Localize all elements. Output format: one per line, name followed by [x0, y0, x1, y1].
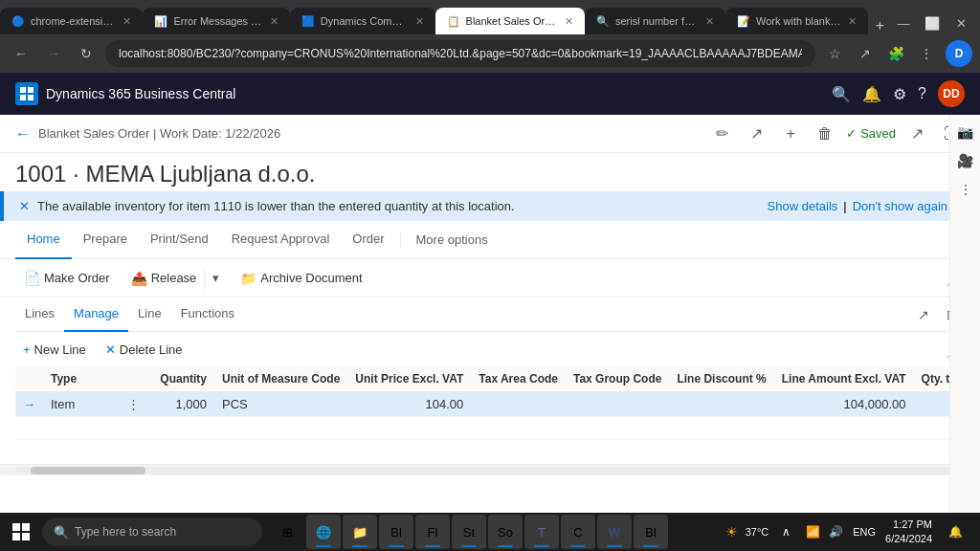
taskbar-weather-icon[interactable]: ☀: [723, 522, 742, 541]
release-button[interactable]: 📤 Release: [123, 267, 205, 290]
nav-tab-more[interactable]: More options: [405, 221, 500, 259]
nav-tab-request-approval[interactable]: Request Approval: [220, 221, 342, 259]
taskbar-teams[interactable]: T: [524, 515, 559, 549]
forward-nav-button[interactable]: →: [40, 40, 67, 67]
settings-icon[interactable]: ⋮: [913, 40, 940, 67]
taskbar-bc-icon[interactable]: Bl: [379, 515, 413, 549]
taskbar-volume-icon[interactable]: 🔊: [826, 522, 845, 541]
row-unit-price[interactable]: 104.00: [347, 392, 471, 417]
right-video-icon[interactable]: 🎥: [952, 147, 979, 174]
tab-close-2[interactable]: ✕: [270, 15, 278, 28]
taskbar-app6[interactable]: Bl: [634, 515, 668, 549]
taskbar-search-icon: 🔍: [54, 525, 69, 540]
row-tax-group[interactable]: [566, 392, 669, 417]
right-camera-icon[interactable]: 📷: [952, 119, 979, 145]
archive-document-button[interactable]: 📁 Archive Document: [233, 267, 369, 290]
taskbar-search-bar[interactable]: 🔍 Type here to search: [42, 518, 262, 546]
taskbar-network-icon[interactable]: 📶: [803, 522, 822, 541]
add-button[interactable]: +: [777, 121, 804, 147]
row-uom[interactable]: PCS: [214, 392, 347, 417]
row-dots[interactable]: ⋮: [120, 392, 147, 417]
back-nav-button[interactable]: ←: [8, 40, 34, 67]
open-in-new-icon[interactable]: ↗: [903, 121, 930, 147]
taskbar-time: 1:27 PM: [885, 518, 932, 532]
taskbar-app5[interactable]: C: [561, 515, 595, 549]
tab-close-6[interactable]: ✕: [848, 15, 857, 28]
nav-tab-order[interactable]: Order: [341, 221, 395, 259]
profile-button[interactable]: D: [946, 40, 972, 67]
taskbar-app3[interactable]: St: [452, 515, 486, 549]
bookmark-icon[interactable]: ☆: [821, 40, 848, 67]
tab-3[interactable]: 🟦 Dynamics Commu... ✕: [290, 8, 435, 34]
taskbar-edge[interactable]: 🌐: [306, 515, 341, 549]
col-header-tax-group[interactable]: Tax Group Code: [566, 366, 669, 392]
taskbar-task-view[interactable]: ⊞: [270, 515, 304, 549]
scrollbar-thumb[interactable]: [31, 467, 145, 474]
reload-button[interactable]: ↻: [73, 40, 100, 67]
lines-tab-line[interactable]: Line: [128, 298, 171, 332]
minimize-button[interactable]: —: [892, 11, 915, 34]
tab-4-active[interactable]: 📋 Blanket Sales Orde... ✕: [435, 8, 585, 34]
delete-button[interactable]: 🗑: [812, 121, 838, 147]
col-header-line-discount[interactable]: Line Discount %: [669, 366, 773, 392]
dont-show-again-link[interactable]: Don't show again: [853, 199, 947, 213]
nav-tab-prepare[interactable]: Prepare: [72, 221, 139, 259]
col-header-tax-area[interactable]: Tax Area Code: [471, 366, 566, 392]
col-header-uom[interactable]: Unit of Measure Code: [214, 366, 347, 392]
edit-button[interactable]: ✏: [708, 121, 735, 147]
d365-help-icon[interactable]: ?: [918, 85, 926, 102]
start-button[interactable]: [4, 515, 38, 549]
taskbar-explorer[interactable]: 📁: [343, 515, 377, 549]
nav-tab-home[interactable]: Home: [15, 221, 72, 259]
row-line-amount[interactable]: 104,000.00: [774, 392, 914, 417]
row-tax-area[interactable]: [471, 392, 566, 417]
extension-icon[interactable]: 🧩: [882, 40, 909, 67]
lines-tab-manage[interactable]: Manage: [64, 298, 128, 332]
taskbar-app2[interactable]: Fl: [415, 515, 450, 549]
tab-close-5[interactable]: ✕: [705, 15, 714, 28]
row-quantity[interactable]: 1,000: [147, 392, 214, 417]
taskbar-app4[interactable]: So: [488, 515, 523, 549]
lines-tab-functions[interactable]: Functions: [171, 298, 244, 332]
col-header-line-amount[interactable]: Line Amount Excl. VAT: [774, 366, 914, 392]
tab-1[interactable]: 🔵 chrome-extension... ✕: [0, 8, 143, 34]
tab-close-1[interactable]: ✕: [122, 15, 131, 28]
show-details-link[interactable]: Show details: [768, 199, 838, 213]
make-order-button[interactable]: 📄 Make Order: [16, 267, 118, 290]
tab-close-4[interactable]: ✕: [565, 15, 573, 28]
row-type[interactable]: Item: [43, 392, 120, 417]
new-tab-button[interactable]: +: [868, 17, 892, 34]
col-header-quantity[interactable]: Quantity: [147, 366, 214, 392]
maximize-button[interactable]: ⬜: [921, 11, 944, 34]
address-input[interactable]: [105, 40, 815, 67]
lines-nav-tabs: Lines Manage Line Functions ↗ ⊞: [15, 298, 965, 332]
lines-share-icon[interactable]: ↗: [911, 302, 936, 327]
release-dropdown-button[interactable]: ▾: [204, 266, 227, 291]
taskbar-word[interactable]: W: [597, 515, 632, 549]
d365-avatar[interactable]: DD: [938, 80, 965, 107]
tab-6[interactable]: 📝 Work with blanket... ✕: [725, 8, 868, 34]
alert-close-button[interactable]: ✕: [19, 199, 30, 213]
right-dots-icon[interactable]: ⋮: [952, 176, 979, 203]
row-line-discount[interactable]: [669, 392, 773, 417]
d365-settings-icon[interactable]: ⚙: [893, 85, 906, 103]
new-line-button[interactable]: + New Line: [15, 339, 94, 361]
close-button[interactable]: ✕: [949, 11, 972, 34]
delete-line-button[interactable]: ✕ Delete Line: [98, 339, 190, 361]
horizontal-scrollbar[interactable]: [0, 464, 980, 475]
back-button[interactable]: ←: [15, 125, 31, 143]
tab-close-3[interactable]: ✕: [415, 15, 424, 28]
nav-tab-print-send[interactable]: Print/Send: [139, 221, 220, 259]
tab-5[interactable]: 🔍 serisl number for ... ✕: [585, 8, 725, 34]
d365-search-icon[interactable]: 🔍: [832, 85, 851, 103]
taskbar-clock[interactable]: 1:27 PM 6/24/2024: [880, 518, 938, 547]
share-button[interactable]: ↗: [743, 121, 769, 147]
d365-bell-icon[interactable]: 🔔: [862, 85, 881, 103]
taskbar-chevron-icon[interactable]: ∧: [772, 518, 799, 545]
col-header-unit-price[interactable]: Unit Price Excl. VAT: [347, 366, 471, 392]
table-row[interactable]: → Item ⋮ 1,000 PCS 104.00 104,000.00 920: [15, 392, 965, 417]
lines-tab-lines[interactable]: Lines: [15, 298, 64, 332]
tab-2[interactable]: 📊 Error Messages (S... ✕: [143, 8, 289, 34]
taskbar-notification-icon[interactable]: 🔔: [942, 518, 969, 545]
share-icon[interactable]: ↗: [852, 40, 879, 67]
